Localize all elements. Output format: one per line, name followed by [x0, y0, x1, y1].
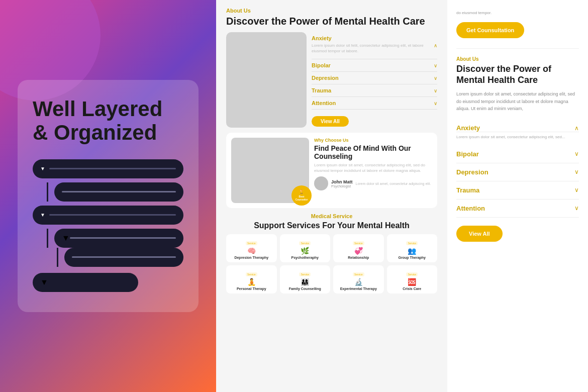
service-tag-7: Service: [353, 272, 364, 276]
service-name-4: Group Theraphy: [389, 256, 435, 259]
service-card-relationship[interactable]: Service 💞 Relationship: [333, 234, 384, 262]
accordion-item-trauma[interactable]: Trauma ∨: [312, 84, 437, 97]
counseling-info: Why Choose Us Find Peace Of Mind With Ou…: [314, 138, 432, 203]
divider: [456, 48, 579, 49]
counseling-desc: Lorem ipsum dolor sit amet, consectetur …: [314, 162, 432, 173]
service-grid: Service 🧠 Depresion Theraphy Service 🌿 P…: [226, 234, 437, 293]
bipolar-label: Bipolar: [312, 62, 331, 68]
sub-bar-line-1: [62, 191, 176, 192]
counseling-section: 🏆 Best Counselor Why Choose Us Find Peac…: [226, 133, 437, 208]
counselor-role: Psychologist: [331, 184, 353, 188]
right-accordion: Anxiety ∧ Lorem ipsum dolor sit amet, co…: [456, 119, 579, 217]
arrow-icon-1: ▼: [40, 166, 45, 171]
personal-icon: 🧘: [229, 278, 274, 286]
service-name-8: Crisis Care: [389, 287, 435, 290]
service-card-group[interactable]: Service 👥 Group Theraphy: [387, 234, 438, 262]
service-card-personal[interactable]: Service 🧘 Personal Therapy: [226, 265, 277, 293]
deep-bar[interactable]: [64, 248, 183, 267]
sub-bar-2[interactable]: ▼: [54, 229, 183, 248]
right-accordion-item-bipolar[interactable]: Bipolar ∨: [456, 145, 579, 163]
bar-line-2: [49, 214, 176, 216]
trauma-label: Trauma: [312, 87, 331, 93]
dropdown-bar-2[interactable]: ▼: [33, 206, 183, 225]
counselor-name: John Matt: [331, 179, 353, 184]
service-card-family[interactable]: Service 👨‍👩‍👧 Family Counselling: [280, 265, 331, 293]
right-depresion-label: Depresion: [456, 168, 488, 176]
about-label: About Us: [226, 8, 437, 14]
depression-icon: 🧠: [229, 247, 274, 255]
right-accordion-item-anxiety[interactable]: Anxiety ∧ Lorem ipsum dolor sit amet, co…: [456, 119, 579, 145]
arrow-icon-4: ▼: [40, 278, 48, 287]
service-tag-1: Service: [246, 241, 257, 245]
discover-section: About Us Discover the Power of Mental He…: [226, 8, 437, 27]
chevron-up-icon: ∧: [434, 43, 437, 48]
view-all-button[interactable]: View All: [312, 116, 349, 127]
accordion-item-anxiety[interactable]: Anxiety Lorem ipsum dolor sit felit, con…: [312, 32, 437, 59]
best-badge: 🏆 Best Counselor: [291, 185, 312, 206]
service-card-crisis[interactable]: Service 🆘 Crisis Care: [387, 265, 438, 293]
connector-line-2: [47, 229, 48, 248]
service-card-psycho[interactable]: Service 🌿 Psychotheraphy: [280, 234, 331, 262]
accordion-item-depresion[interactable]: Depresion ∨: [312, 72, 437, 84]
chevron-down-icon-attention: ∨: [434, 101, 437, 106]
discover-image: [226, 32, 307, 128]
service-name-5: Personal Therapy: [229, 287, 274, 290]
right-accordion-item-depresion[interactable]: Depresion ∨: [456, 163, 579, 181]
right-attention-label: Attention: [456, 205, 485, 212]
connector-line-3: [57, 248, 58, 267]
service-tag-8: Service: [406, 272, 418, 276]
accordion-item-bipolar[interactable]: Bipolar ∨: [312, 59, 437, 72]
service-card-experimental[interactable]: Service 🔬 Experimental Therapy: [333, 265, 384, 293]
anxiety-label: Anxiety: [312, 35, 434, 41]
right-chevron-down-trauma: ∨: [574, 186, 579, 193]
chevron-down-icon-depresion: ∨: [434, 75, 437, 81]
left-panel: Well Layered & Organized ▼ ▼ ▼: [0, 0, 216, 392]
services-section: Medical Service Support Services For You…: [226, 213, 437, 293]
service-name-3: Relationship: [336, 256, 381, 259]
service-card-depression[interactable]: Service 🧠 Depresion Theraphy: [226, 234, 277, 262]
service-tag-3: Service: [353, 241, 364, 245]
service-tag-5: Service: [246, 272, 257, 276]
dropdown-bar-1[interactable]: ▼: [33, 159, 183, 178]
right-top-text: do eiusmod tempor.: [456, 8, 579, 16]
right-discover-desc: Lorem ipsum dolor sit amet, consectetur …: [456, 90, 579, 112]
service-tag-6: Service: [299, 272, 311, 276]
service-tag-4: Service: [406, 241, 418, 245]
avatar: [314, 176, 328, 190]
service-name-2: Psychotheraphy: [282, 256, 328, 259]
right-accordion-item-trauma[interactable]: Trauma ∨: [456, 181, 579, 200]
right-anxiety-header[interactable]: Anxiety ∧: [456, 119, 579, 132]
right-anxiety-label: Anxiety: [456, 124, 480, 132]
psycho-icon: 🌿: [282, 247, 328, 255]
right-panel: do eiusmod tempor. Get Counsultation Abo…: [447, 0, 588, 392]
get-consultation-button[interactable]: Get Counsultation: [456, 22, 524, 38]
family-icon: 👨‍👩‍👧: [282, 278, 328, 286]
right-chevron-down-depresion: ∨: [574, 168, 579, 175]
sub-bar-1[interactable]: [54, 182, 183, 202]
discover-content-row: Anxiety Lorem ipsum dolor sit felit, con…: [226, 32, 437, 128]
right-accordion-item-attention[interactable]: Attention ∨: [456, 200, 579, 218]
attention-label: Attention: [312, 100, 336, 106]
dropdown-bar-3[interactable]: ▼: [33, 273, 138, 292]
medical-service-label: Medical Service: [226, 213, 437, 219]
right-discover-title: Discover the Power of Mental Health Care: [456, 64, 579, 85]
why-choose-label: Why Choose Us: [314, 138, 432, 143]
service-tag-2: Service: [299, 241, 311, 245]
depresion-label: Depresion: [312, 75, 339, 81]
support-title: Support Services For Your Mental Health: [226, 221, 437, 230]
accordion-list: Anxiety Lorem ipsum dolor sit felit, con…: [312, 32, 437, 128]
service-name-1: Depresion Theraphy: [229, 256, 274, 259]
counselor-quote: Lorem dolor sit amet, consectetur adipis…: [356, 181, 431, 186]
right-anxiety-text: Lorem ipsum dolor sit amet, consectetur …: [456, 132, 579, 145]
arrow-icon-3: ▼: [62, 234, 70, 243]
right-chevron-up-anxiety: ∧: [574, 125, 579, 132]
accordion-item-attention[interactable]: Attention ∨: [312, 97, 437, 110]
middle-panel: About Us Discover the Power of Mental He…: [216, 0, 447, 392]
anxiety-text: Lorem ipsum dolor sit felit, consectetur…: [312, 41, 434, 56]
service-name-7: Experimental Therapy: [336, 287, 381, 290]
chevron-down-icon-trauma: ∨: [434, 88, 437, 93]
crisis-icon: 🆘: [389, 278, 435, 286]
right-view-all-button[interactable]: View All: [456, 226, 503, 242]
connector-line-1: [47, 182, 48, 202]
card-title: Well Layered & Organized: [33, 97, 183, 144]
